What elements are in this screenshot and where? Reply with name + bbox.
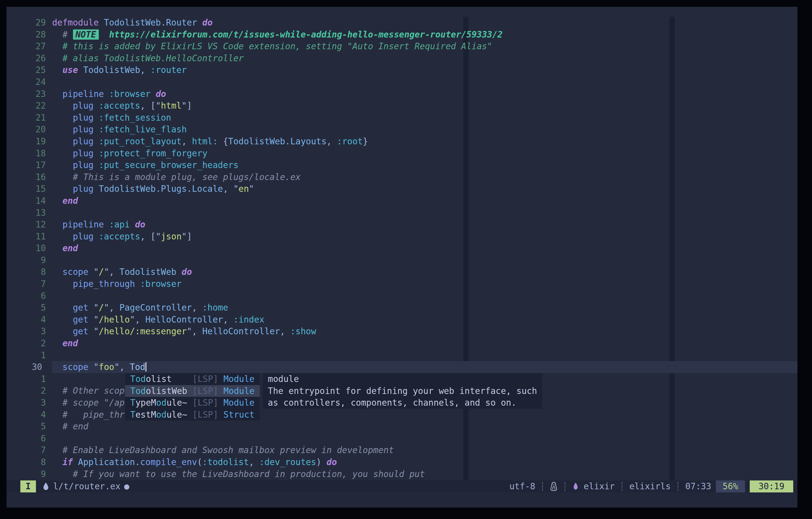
clock-label: 07:33 bbox=[685, 481, 711, 492]
code-line[interactable]: 5 # end bbox=[6, 421, 798, 432]
line-number: 11 bbox=[6, 231, 46, 242]
line-number: 6 bbox=[6, 290, 46, 302]
code-text: # This is a module plug, see plugs/local… bbox=[52, 171, 301, 183]
code-text: plug :protect_from_forgery bbox=[52, 147, 207, 160]
line-number: 3 bbox=[6, 397, 46, 409]
completion-item[interactable]: TodolistWeb [LSP] Module bbox=[125, 385, 260, 397]
statusline-right: utf-8 ┆ ┆ elixir ┆ elixirls ┆ 07:33 56% … bbox=[510, 481, 798, 492]
doc-line: as controllers, components, channels, an… bbox=[268, 397, 537, 409]
line-number: 19 bbox=[6, 136, 46, 147]
code-line[interactable]: 22 plug :accepts, ["html"] bbox=[6, 100, 798, 112]
code-text: plug :fetch_session bbox=[52, 112, 171, 124]
command-line[interactable] bbox=[6, 492, 798, 508]
line-number: 28 bbox=[6, 29, 46, 41]
completion-label: TypeModule~ bbox=[130, 397, 187, 409]
completion-item[interactable]: Todolist [LSP] Module bbox=[125, 373, 260, 385]
scroll-percent: 56% bbox=[716, 481, 745, 492]
line-number: 17 bbox=[6, 159, 46, 171]
code-line[interactable]: 24 bbox=[6, 76, 798, 88]
code-line[interactable]: 15 plug TodolistWeb.Plugs.Locale, "en" bbox=[6, 183, 798, 195]
code-line[interactable]: 18 plug :protect_from_forgery bbox=[6, 147, 798, 160]
code-line[interactable]: 27 # this is added by ElixirLS VS Code e… bbox=[6, 40, 798, 52]
code-text: defmodule TodolistWeb.Router do bbox=[52, 17, 213, 29]
code-line[interactable]: 8 scope "/", TodolistWeb do bbox=[6, 266, 798, 278]
line-number: 3 bbox=[6, 325, 46, 338]
line-number: 4 bbox=[6, 409, 46, 421]
code-text: end bbox=[52, 338, 78, 349]
code-text: end bbox=[52, 195, 78, 207]
completion-label: TodolistWeb bbox=[130, 385, 187, 397]
code-line[interactable]: 17 plug :put_secure_browser_headers bbox=[6, 159, 798, 171]
code-text: # alias TodolistWeb.HelloController bbox=[52, 52, 244, 64]
code-line[interactable]: 11 plug :accepts, ["json"] bbox=[6, 231, 798, 242]
line-number: 25 bbox=[6, 64, 46, 76]
code-line[interactable]: 12 pipeline :api do bbox=[6, 219, 798, 231]
code-line[interactable]: 8 if Application.compile_env(:todolist, … bbox=[6, 456, 798, 468]
code-line[interactable]: 9 # If you want to use the LiveDashboard… bbox=[6, 468, 798, 480]
line-number: 2 bbox=[6, 385, 46, 397]
code-line[interactable]: 3 get "/hello/:messenger", HelloControll… bbox=[6, 325, 798, 338]
line-number: 12 bbox=[6, 219, 46, 231]
code-text: plug TodolistWeb.Plugs.Locale, "en" bbox=[52, 183, 254, 195]
completion-menu[interactable]: Todolist [LSP] ModuleTodolistWeb [LSP] M… bbox=[125, 373, 260, 421]
code-line[interactable]: 25 use TodolistWeb, :router bbox=[6, 64, 798, 76]
file-block: l/t/router.ex ● bbox=[42, 481, 129, 492]
code-line[interactable]: 13 bbox=[6, 207, 798, 219]
code-line[interactable]: 10 end bbox=[6, 242, 798, 254]
code-text: scope "foo", Tod bbox=[52, 361, 146, 373]
completion-source: [LSP] bbox=[187, 374, 223, 384]
code-line[interactable]: 4 get "/hello", HelloController, :index bbox=[6, 314, 798, 326]
code-line[interactable]: 23 pipeline :browser do bbox=[6, 88, 798, 100]
code-line[interactable]: 14 end bbox=[6, 195, 798, 207]
code-line[interactable]: 19 plug :put_root_layout, html: {Todolis… bbox=[6, 136, 798, 147]
code-line[interactable]: 21 plug :fetch_session bbox=[6, 112, 798, 124]
completion-item[interactable]: TestModule~ [LSP] Struct bbox=[125, 409, 260, 421]
line-number: 5 bbox=[6, 302, 46, 314]
code-line[interactable]: 29defmodule TodolistWeb.Router do bbox=[6, 17, 798, 29]
line-number: 13 bbox=[6, 207, 46, 219]
code-line[interactable]: 26 # alias TodolistWeb.HelloController bbox=[6, 52, 798, 64]
code-line[interactable]: 5 get "/", PageController, :home bbox=[6, 302, 798, 314]
completion-docs: moduleThe entrypoint for defining your w… bbox=[263, 373, 542, 409]
cursor-location: 30:19 bbox=[750, 481, 793, 492]
code-text: # Enable LiveDashboard and Swoosh mailbo… bbox=[52, 444, 394, 456]
code-line[interactable]: 9 bbox=[6, 254, 798, 266]
terminal-window[interactable]: 29defmodule TodolistWeb.Router do28 # NO… bbox=[6, 7, 798, 508]
code-line[interactable]: 20 plug :fetch_live_flash bbox=[6, 123, 798, 136]
code-line[interactable]: 1 bbox=[6, 349, 798, 362]
encoding-label: utf-8 bbox=[510, 481, 535, 492]
droplet-icon bbox=[42, 482, 50, 491]
code-line[interactable]: 2 end bbox=[6, 338, 798, 349]
line-number: 6 bbox=[6, 432, 46, 444]
line-number: 16 bbox=[6, 171, 46, 183]
code-text: # pipe_thr bbox=[52, 409, 124, 421]
code-line[interactable]: 7 # Enable LiveDashboard and Swoosh mail… bbox=[6, 444, 798, 456]
code-text: plug :put_secure_browser_headers bbox=[52, 159, 238, 171]
statusline: I l/t/router.ex ● utf-8 ┆ ┆ bbox=[6, 481, 798, 492]
code-line[interactable]: 6 bbox=[6, 290, 798, 302]
separator: ┆ bbox=[540, 481, 545, 492]
code-line[interactable]: 16 # This is a module plug, see plugs/lo… bbox=[6, 171, 798, 183]
line-number: 1 bbox=[6, 373, 46, 385]
code-text: get "/hello/:messenger", HelloController… bbox=[52, 325, 316, 338]
line-number: 30 bbox=[32, 361, 42, 373]
note-badge: NOTE bbox=[73, 29, 99, 39]
code-text: get "/hello", HelloController, :index bbox=[52, 314, 264, 326]
line-number: 8 bbox=[6, 266, 46, 278]
file-name: l/t/router.ex bbox=[53, 481, 120, 492]
line-number: 4 bbox=[6, 314, 46, 326]
line-number: 9 bbox=[6, 254, 46, 266]
code-line[interactable]: 28 # NOTE https://elixirforum.com/t/issu… bbox=[6, 29, 798, 41]
line-number: 22 bbox=[6, 100, 46, 112]
line-number: 14 bbox=[6, 195, 46, 207]
code-text: get "/", PageController, :home bbox=[52, 302, 228, 314]
code-line-current[interactable]: 30 scope "foo", Tod bbox=[6, 361, 798, 373]
completion-kind: Module bbox=[223, 397, 254, 409]
code-line[interactable]: 7 pipe_through :browser bbox=[6, 278, 798, 290]
code-text: scope "/", TodolistWeb do bbox=[52, 266, 192, 278]
code-text: # If you want to use the LiveDashboard i… bbox=[52, 468, 425, 480]
completion-item[interactable]: TypeModule~ [LSP] Module bbox=[125, 397, 260, 409]
completion-source: [LSP] bbox=[187, 398, 223, 408]
code-line[interactable]: 6 bbox=[6, 432, 798, 444]
separator: ┆ bbox=[675, 481, 681, 492]
